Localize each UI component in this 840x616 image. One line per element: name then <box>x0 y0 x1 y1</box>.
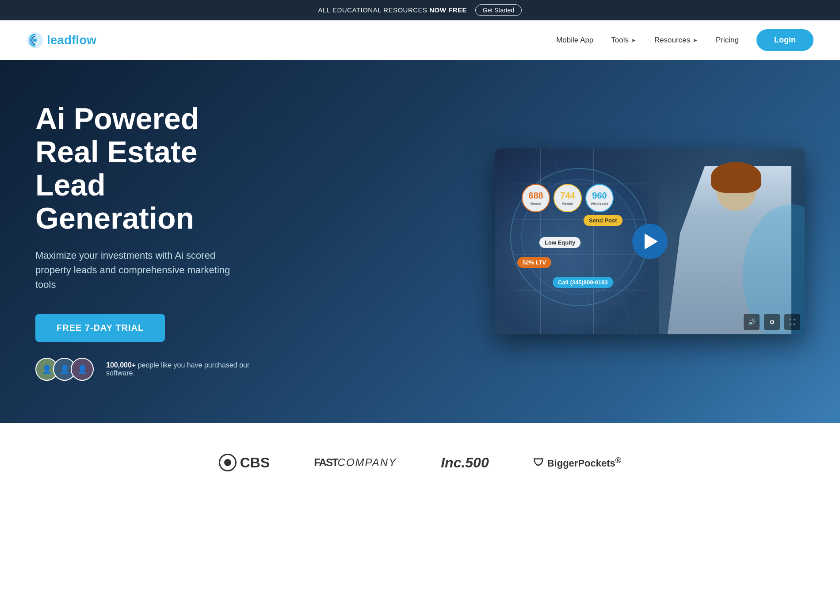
nav-link-mobile-app[interactable]: Mobile App <box>556 36 593 45</box>
nav-item-mobile-app[interactable]: Mobile App <box>556 36 593 45</box>
tools-chevron-icon: ► <box>631 37 637 43</box>
svg-point-1 <box>33 38 37 42</box>
avatar-3: 👤 <box>71 358 94 381</box>
social-proof: 👤 👤 👤 100,000+ people like you have purc… <box>35 358 265 381</box>
resources-chevron-icon: ► <box>693 37 698 43</box>
logo[interactable]: leadflow <box>27 32 96 49</box>
logo-fastcompany: FASTCOMPANY <box>314 456 397 469</box>
logo-biggerpockets: 🛡 BiggerPockets® <box>533 455 622 469</box>
login-button[interactable]: Login <box>756 29 813 51</box>
cbs-eye-icon <box>219 454 237 471</box>
hero-section: Ai Powered Real Estate Lead Generation M… <box>0 60 840 423</box>
hero-right: 688 Rental 744 Rental 960 Wholesale Low … <box>265 149 805 334</box>
logo-icon <box>27 32 43 49</box>
biggerpockets-text: BiggerPockets® <box>547 455 622 469</box>
banner-highlight: NOW FREE <box>429 6 467 14</box>
avatars: 👤 👤 👤 <box>35 358 88 381</box>
tag-low-equity: Low Equity <box>539 237 580 248</box>
volume-button[interactable]: 🔊 <box>744 314 760 330</box>
nav-link-resources[interactable]: Resources ► <box>654 36 698 45</box>
bubble-rental-1: 688 Rental <box>522 184 550 212</box>
hero-left: Ai Powered Real Estate Lead Generation M… <box>35 102 265 380</box>
tag-ltv: 52% LTV <box>517 257 551 268</box>
tag-send-post: Send Post <box>584 215 622 226</box>
play-button[interactable] <box>632 224 668 259</box>
logo-cbs: CBS <box>219 454 270 471</box>
cbs-text: CBS <box>240 455 270 471</box>
nav-item-pricing[interactable]: Pricing <box>716 36 739 45</box>
fastcompany-text: FASTCOMPANY <box>314 456 397 469</box>
nav-link-tools[interactable]: Tools ► <box>611 36 637 45</box>
logos-section: CBS FASTCOMPANY Inc.500 🛡 BiggerPockets® <box>0 423 840 502</box>
social-proof-text: 100,000+ people like you have purchased … <box>106 361 265 377</box>
nav-item-resources[interactable]: Resources ► <box>654 36 698 45</box>
video-container[interactable]: 688 Rental 744 Rental 960 Wholesale Low … <box>495 149 805 334</box>
fullscreen-button[interactable]: ⛶ <box>784 314 800 330</box>
hero-title: Ai Powered Real Estate Lead Generation <box>35 102 265 234</box>
video-controls: 🔊 ⚙ ⛶ <box>744 314 800 330</box>
hero-subtitle: Maximize your investments with Ai scored… <box>35 248 239 292</box>
biggerpockets-shield-icon: 🛡 <box>533 456 544 469</box>
banner-text: ALL EDUCATIONAL RESOURCES <box>318 6 430 14</box>
tag-call: Call (345)809-0183 <box>553 277 613 288</box>
banner-get-started-button[interactable]: Get Started <box>475 4 522 16</box>
logo-text: leadflow <box>47 33 96 47</box>
nav-link-pricing[interactable]: Pricing <box>716 36 739 45</box>
bubble-container: 688 Rental 744 Rental 960 Wholesale <box>522 184 614 212</box>
top-banner: ALL EDUCATIONAL RESOURCES NOW FREE Get S… <box>0 0 840 20</box>
navbar: leadflow Mobile App Tools ► Resources ► … <box>0 20 840 60</box>
inc500-text: Inc.500 <box>441 455 489 471</box>
bubble-rental-2: 744 Rental <box>554 184 582 212</box>
settings-button[interactable]: ⚙ <box>764 314 780 330</box>
trial-button[interactable]: FREE 7-DAY TRIAL <box>35 314 165 342</box>
video-background: 688 Rental 744 Rental 960 Wholesale Low … <box>495 149 805 334</box>
play-icon <box>645 233 658 249</box>
logo-inc500: Inc.500 <box>441 455 489 471</box>
bubble-wholesale: 960 Wholesale <box>585 184 614 212</box>
nav-item-tools[interactable]: Tools ► <box>611 36 637 45</box>
nav-links: Mobile App Tools ► Resources ► Pricing <box>556 36 739 45</box>
